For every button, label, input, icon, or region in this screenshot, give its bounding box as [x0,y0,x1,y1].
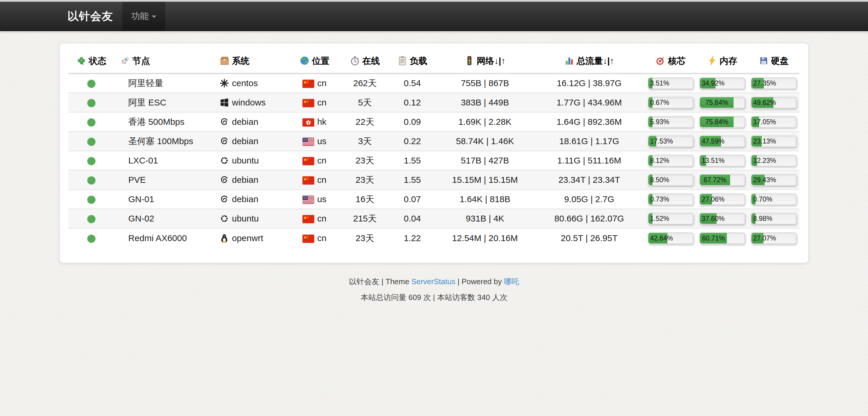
hdd-percent: 27.07% [751,234,778,242]
os-debian-icon [220,195,229,204]
server-row[interactable]: LXC-01 ubuntu cn 23天 1.55 517B | 427B 1.… [68,151,800,170]
flag-cn-icon [303,176,314,184]
hdd-percent: 27.35% [751,80,778,87]
theme-link[interactable]: ServerStatus [411,277,455,286]
node-name: LXC-01 [128,155,158,165]
network-value: 1.69K | 2.28K [436,112,533,131]
server-row[interactable]: 阿里 ESC windows cn 5天 0.12 383B | 449B 1.… [68,93,800,112]
hdd-percent: 23.13% [751,138,778,145]
node-name: 阿里 ESC [128,97,166,107]
node-name: 圣何塞 100Mbps [128,136,193,146]
location-code: cn [317,97,327,107]
network-value: 931B | 4K [436,209,533,228]
server-row[interactable]: GN-02 ubuntu cn 215天 0.04 931B | 4K 80.6… [68,209,800,228]
ram-progress-bar: 60.71% [699,232,745,244]
node-name: 香港 500Mbps [128,117,185,126]
load-value: 1.55 [388,170,436,189]
location-code: cn [317,175,327,184]
hdd-progress-bar: 49.62% [751,97,797,109]
os-name: ubuntu [232,155,259,165]
os-debian-icon [220,137,229,146]
ram-percent: 47.59% [700,138,726,145]
flag-cn-icon [303,235,314,243]
ram-percent: 13.51% [700,157,726,165]
load-value: 0.22 [388,131,436,151]
ram-progress-bar: 75.84% [699,116,745,128]
network-value: 517B | 427B [436,151,533,170]
location-code: cn [317,233,327,243]
footer-powered-prefix: Powered by [462,277,502,286]
ram-progress-bar: 34.92% [699,77,745,89]
load-value: 0.54 [388,73,436,93]
server-row[interactable]: PVE debian cn 23天 1.55 15.15M | 15.15M 2… [68,170,800,189]
server-row[interactable]: 阿里轻量 centos cn 262天 0.54 755B | 867B 16.… [68,73,800,93]
network-value: 12.54M | 20.16M [436,228,533,247]
uptime-value: 5天 [341,93,388,112]
cpu-percent: 0.67% [648,99,671,107]
status-online-icon [87,196,95,204]
ram-percent: 75.84% [704,118,730,126]
hdd-percent: 17.05% [751,118,778,126]
os-centos-icon [220,79,229,88]
footer: 以针会友 | Theme ServerStatus | Powered by 哪… [0,276,868,303]
clipboard-icon [397,56,407,66]
load-value: 1.55 [388,151,436,170]
server-table-body: 阿里轻量 centos cn 262天 0.54 755B | 867B 16.… [68,73,800,247]
hdd-progress-bar: 27.07% [751,232,797,244]
brand-link[interactable]: 以针会友 [59,2,122,30]
flag-cn-icon [303,215,314,223]
cpu-progress-bar: 42.64% [648,232,693,244]
lightning-icon [707,56,717,66]
menu-dropdown[interactable]: 功能 [122,2,165,30]
footer-site-name: 以针会友 [349,277,379,286]
network-value: 383B | 449B [436,93,533,112]
footer-separator: | [458,277,460,286]
os-ubuntu-icon [220,214,229,223]
hdd-progress-bar: 17.05% [751,116,797,128]
ram-progress-bar: 75.84% [699,97,745,109]
os-windows-icon [220,98,229,107]
column-header-status: 状态 [68,48,114,73]
column-header-ram: 内存 [696,48,748,73]
cpu-percent: 1.52% [648,215,671,222]
ram-progress-bar: 13.51% [699,155,745,167]
os-name: debian [232,175,258,184]
cpu-progress-bar: 8.50% [648,174,693,186]
server-row[interactable]: 圣何塞 100Mbps debian us 3天 0.22 58.74K | 1… [68,131,800,151]
traffic-value: 1.11G | 511.16M [533,151,645,170]
traffic-value: 18.61G | 1.17G [533,131,645,151]
os-openwrt-icon [220,234,229,243]
traffic-value: 1.77G | 434.96M [533,93,645,112]
column-header-traffic: 总流量↓|↑ [533,48,645,73]
traffic-light-icon [464,56,474,66]
uptime-value: 16天 [341,189,388,209]
node-name: Redmi AX6000 [128,233,187,243]
traffic-value: 1.64G | 892.36M [533,112,645,131]
powered-by-link[interactable]: 哪吒 [504,277,519,286]
os-name: windows [232,97,266,107]
column-header-loc: 位置 [287,48,341,73]
server-row[interactable]: 香港 500Mbps debian hk 22天 0.09 1.69K | 2.… [68,112,800,131]
cpu-progress-bar: 17.53% [648,135,693,147]
flag-cn-icon [303,80,314,88]
server-row[interactable]: GN-01 debian us 16天 0.07 1.64K | 818B 9.… [68,189,800,209]
location-code: us [317,136,327,146]
uptime-value: 23天 [341,228,388,247]
hdd-progress-bar: 29.43% [751,174,797,186]
flag-hk-icon [303,118,314,126]
node-name: PVE [128,175,146,184]
ram-percent: 37.60% [700,215,726,222]
uptime-value: 23天 [341,170,388,189]
server-row[interactable]: Redmi AX6000 openwrt cn 23天 1.22 12.54M … [68,228,800,247]
traffic-value: 80.66G | 162.07G [533,209,645,228]
chevron-down-icon [152,16,156,18]
node-name: GN-01 [128,194,154,204]
load-value: 0.04 [388,209,436,228]
flag-cn-icon [303,157,314,165]
hdd-progress-bar: 27.35% [751,77,797,89]
cpu-percent: 8.12% [648,157,671,165]
globe-icon [300,56,310,66]
ram-percent: 60.71% [700,234,726,242]
os-name: ubuntu [232,214,259,223]
node-name: 阿里轻量 [128,78,163,88]
